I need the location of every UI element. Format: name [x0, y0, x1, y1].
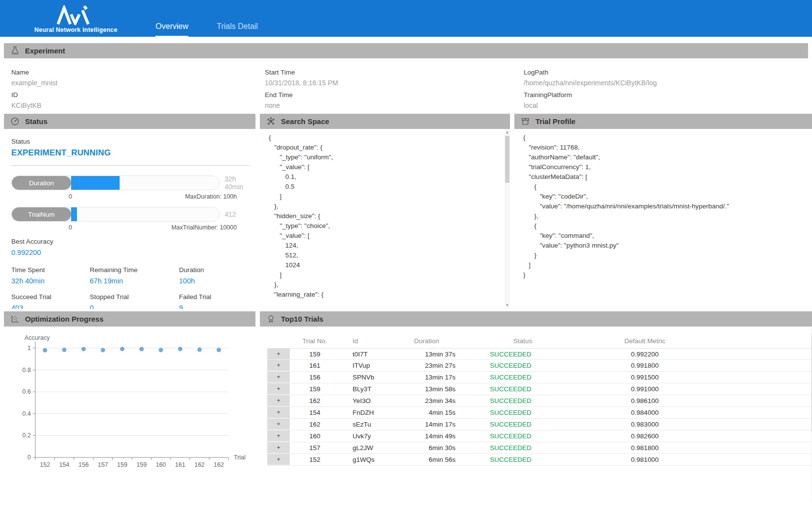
stat-label: Time Spent — [11, 266, 90, 274]
cell-trial-no: 159 — [290, 351, 340, 358]
search-space-panel: Search Space { "dropout_rate": { "_type"… — [260, 114, 510, 309]
scrollbar-thumb[interactable] — [505, 136, 509, 183]
table-row: + 159 BLy3T 13min 58s SUCCEEDED 0.991000 — [267, 383, 812, 395]
trialnum-progress: TrialNum 412 — [11, 207, 250, 222]
archive-box-icon — [521, 117, 530, 126]
scroll-down-icon[interactable]: ▼ — [506, 302, 509, 309]
table-header-row: Trial No. Id Duration Status Default Met… — [267, 333, 812, 348]
cell-id: g1WQs — [353, 456, 398, 463]
col-id: Id — [353, 337, 398, 345]
scroll-up-icon[interactable]: ▲ — [506, 129, 509, 136]
svg-text:1: 1 — [27, 345, 31, 352]
field-label: Start Time — [265, 69, 524, 76]
top10-trials-header: Top10 Trials — [260, 311, 812, 327]
field-value: local — [524, 101, 808, 109]
table-row: + 160 Uvk7y 14min 49s SUCCEEDED 0.982600 — [267, 430, 812, 442]
expand-row-button[interactable]: + — [267, 454, 290, 465]
field-value: 10/31/2018, 8:16:15 PM — [265, 79, 524, 87]
medal-icon — [266, 314, 276, 324]
trial-profile-header: Trial Profile — [514, 114, 812, 129]
table-row: + 154 FnDZH 4min 15s SUCCEEDED 0.984000 — [267, 407, 812, 419]
svg-text:162: 162 — [194, 461, 204, 468]
field-value: KCiBytKB — [11, 101, 265, 109]
gauge-icon — [10, 117, 20, 126]
stat-value: 100h — [179, 277, 250, 285]
svg-text:0.4: 0.4 — [23, 410, 31, 417]
stat-label: Stopped Trial — [90, 293, 179, 301]
cell-default-metric: 0.991500 — [562, 374, 727, 381]
expand-row-button[interactable]: + — [267, 442, 290, 454]
top10-trials-panel: Top10 Trials Trial No. Id Duration Statu… — [260, 311, 812, 503]
stat-label: Succeed Trial — [11, 293, 90, 301]
cell-default-metric: 0.983000 — [562, 421, 727, 428]
status-label: Status — [11, 138, 250, 145]
svg-text:162: 162 — [214, 461, 224, 468]
cell-trial-no: 162 — [290, 397, 340, 404]
cell-status: SUCCEEDED — [483, 444, 562, 452]
cell-status: SUCCEEDED — [483, 456, 562, 463]
cell-trial-no: 157 — [290, 444, 340, 452]
nni-logo: Neural Network Intelligence — [34, 5, 117, 33]
expand-row-button[interactable]: + — [267, 372, 290, 383]
tab-trials-detail[interactable]: Trials Detail — [217, 22, 258, 37]
section-title: Top10 Trials — [281, 315, 323, 323]
col-default-metric: Default Metric — [562, 337, 727, 345]
experiment-col-3: LogPath /home/quzha/nni/experiments/KCiB… — [524, 64, 808, 114]
top10-trials-body: Trial No. Id Duration Status Default Met… — [260, 327, 812, 503]
svg-text:Trial: Trial — [234, 454, 246, 461]
top-nav: Neural Network Intelligence Overview Tri… — [0, 0, 812, 37]
status-panel: Status Status EXPERIMENT_RUNNING Duratio… — [4, 114, 255, 309]
tab-overview[interactable]: Overview — [155, 22, 188, 37]
expand-row-button[interactable]: + — [267, 407, 290, 418]
cell-trial-no: 152 — [290, 456, 340, 463]
expand-row-button[interactable]: + — [267, 395, 290, 406]
svg-text:160: 160 — [156, 461, 166, 468]
col-status: Status — [483, 337, 562, 345]
expand-row-button[interactable]: + — [267, 349, 290, 360]
cell-duration: 13min 58s — [398, 385, 456, 393]
expand-row-button[interactable]: + — [267, 430, 290, 442]
cell-default-metric: 0.991000 — [562, 385, 727, 393]
expand-row-button[interactable]: + — [267, 360, 290, 371]
status-header: Status — [4, 114, 255, 129]
best-accuracy-label: Best Accuracy — [11, 238, 250, 245]
optimization-panel: Optimization Progress 00.20.40.60.811521… — [4, 311, 255, 503]
svg-text:0.6: 0.6 — [23, 388, 31, 395]
field-label: TrainingPlatform — [524, 91, 808, 99]
table-row: + 159 t0I7T 13min 37s SUCCEEDED 0.992200 — [267, 348, 812, 360]
section-title: Status — [25, 117, 48, 126]
cell-id: sEzTu — [353, 421, 398, 428]
cell-status: SUCCEEDED — [483, 397, 562, 404]
section-title: Trial Profile — [535, 117, 576, 126]
cell-status: SUCCEEDED — [483, 432, 562, 440]
cell-duration: 4min 15s — [398, 409, 456, 416]
trialnum-progress-label: TrialNum — [12, 207, 71, 221]
svg-text:159: 159 — [136, 461, 147, 468]
duration-progress: Duration 32h 40min — [11, 175, 250, 191]
field-label: Name — [11, 69, 265, 76]
expand-row-button[interactable]: + — [267, 419, 290, 430]
table-rows: + 159 t0I7T 13min 37s SUCCEEDED 0.992200… — [267, 348, 812, 466]
stat-cell: Remaining Time 67h 19min — [90, 266, 179, 285]
field-value: example_mnist — [11, 79, 265, 87]
field-label: ID — [11, 91, 265, 99]
cell-duration: 14min 49s — [398, 432, 456, 440]
search-space-scrollbar[interactable]: ▲ ▼ — [505, 129, 510, 309]
svg-text:159: 159 — [117, 461, 127, 468]
svg-text:161: 161 — [175, 461, 185, 468]
stat-label: Failed Trial — [179, 293, 250, 301]
nni-logo-icon — [55, 5, 97, 25]
stat-cell: Stopped Trial 0 — [90, 293, 179, 309]
cell-id: Uvk7y — [353, 432, 398, 440]
cell-trial-no: 162 — [290, 421, 340, 428]
search-space-json: { "dropout_rate": { "_type": "uniform", … — [260, 129, 510, 309]
expand-row-button[interactable]: + — [267, 383, 290, 395]
table-row: + 152 g1WQs 6min 56s SUCCEEDED 0.981000 — [267, 454, 812, 466]
accuracy-scatter-chart[interactable]: 00.20.40.60.8115215415615715915916016116… — [7, 333, 254, 480]
stat-label: Remaining Time — [90, 266, 179, 274]
progress-max: MaxTrialNumber: 10000 — [171, 224, 237, 231]
cell-id: FnDZH — [353, 409, 398, 416]
experiment-col-2: Start Time 10/31/2018, 8:16:15 PM End Ti… — [265, 64, 524, 114]
stat-value: 67h 19min — [90, 277, 179, 285]
flask-icon — [10, 46, 20, 55]
